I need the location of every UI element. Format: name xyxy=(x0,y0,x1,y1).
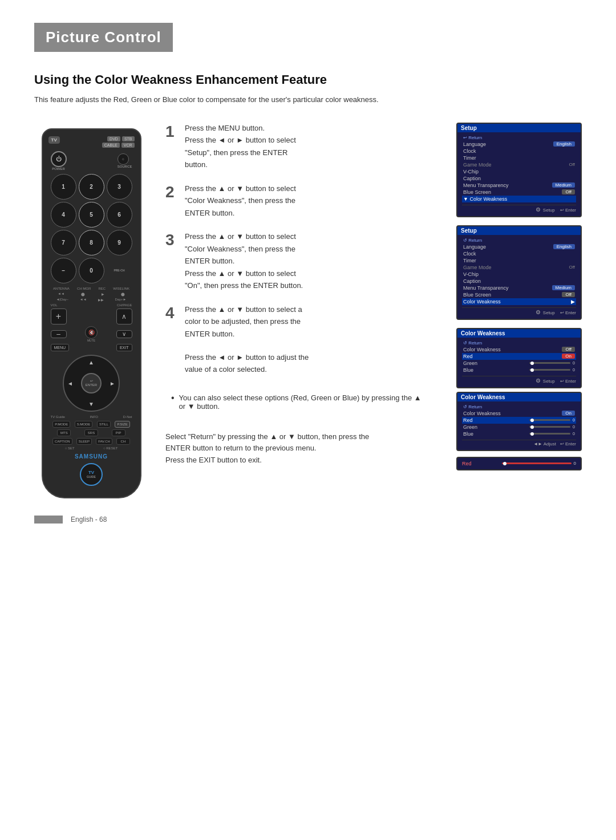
samsung-logo: SAMSUNG xyxy=(48,453,135,460)
ch-up-button[interactable]: ∧ xyxy=(116,309,132,324)
dpad-right[interactable]: ► xyxy=(110,380,115,386)
screen-2-gamemode: Game ModeOff xyxy=(462,264,576,271)
enter-button[interactable]: ↩ENTER xyxy=(81,373,102,393)
bullet-item-1: • You can also select these options (Red… xyxy=(171,393,439,411)
psize-button[interactable]: P.SIZE xyxy=(115,421,129,428)
screen-2-title: Setup xyxy=(457,226,581,235)
screen-4-footer: ◄► Adjust ↩ Enter xyxy=(462,440,576,447)
num-6-button[interactable]: 6 xyxy=(107,202,132,228)
favch-button[interactable]: FAV.CH xyxy=(96,438,112,445)
num-2-button[interactable]: 2 xyxy=(79,174,104,200)
screen-1-bluescreen: Blue ScreenOff xyxy=(462,189,576,196)
step-2-text: Press the ▲ or ▼ button to select "Color… xyxy=(185,183,439,220)
rec-row: ◄◄ ⬤ ▶ ⬤ xyxy=(50,292,133,296)
ch-button[interactable]: CH xyxy=(116,438,130,445)
menu-button[interactable]: MENU xyxy=(51,344,70,351)
num-5-button[interactable]: 5 xyxy=(79,202,104,228)
still-button[interactable]: STILL xyxy=(97,421,111,428)
page-header: Picture Control xyxy=(34,23,173,52)
screens-column: Setup ↩ Return LanguageEnglish Clock Tim… xyxy=(456,123,582,498)
step-4: 4 Press the ▲ or ▼ button to select a co… xyxy=(165,304,439,376)
screen-1-title: Setup xyxy=(457,124,581,132)
screen-4-red: Red 0 xyxy=(462,417,576,424)
prech-label: PRE-CH xyxy=(107,258,132,283)
dpad-up[interactable]: ▲ xyxy=(88,359,94,366)
pmode-button[interactable]: P.MODE xyxy=(52,421,70,428)
section-title: Using the Color Weakness Enhancement Fea… xyxy=(34,72,582,87)
screen-4-return: ↺ Return xyxy=(462,404,576,410)
smode-button[interactable]: S.MODE xyxy=(75,421,93,428)
step-4-number: 4 xyxy=(165,305,177,321)
screen-1-gamemode: Game ModeOff xyxy=(462,161,576,168)
srs-button[interactable]: SRS xyxy=(84,429,98,436)
screen-1-transparency: Menu TransparencyMedium xyxy=(462,182,576,189)
screen-3-cw: Color WeaknessOff xyxy=(462,346,576,353)
screen-2-transparency: Menu TransparencyMedium xyxy=(462,285,576,291)
step-2-number: 2 xyxy=(165,184,177,200)
mute-row: – 🔇 MUTE ∨ xyxy=(51,326,132,342)
power-source-row: ⏻ POWER ○ SOURCE xyxy=(51,151,132,171)
dpad-left[interactable]: ◄ xyxy=(67,380,73,386)
footer-text: English - 68 xyxy=(71,516,107,524)
screen-5-red-row: Red 0 xyxy=(462,461,576,466)
num-7-button[interactable]: 7 xyxy=(51,230,76,255)
screen-3-green: Green 0 xyxy=(462,360,576,367)
num-0-button[interactable]: 0 xyxy=(79,258,104,283)
screen-2-timer: Timer xyxy=(462,257,576,264)
main-content: TV DVD STB CABLE VCR ⏻ POWER xyxy=(34,123,582,498)
screen-2-clock: Clock xyxy=(462,250,576,257)
step-3-number: 3 xyxy=(165,232,177,248)
page-title: Picture Control xyxy=(46,29,161,46)
bottom-buttons: P.MODE S.MODE STILL P.SIZE MTS SRS PIP C… xyxy=(51,421,132,450)
screen-1: Setup ↩ Return LanguageEnglish Clock Tim… xyxy=(456,123,582,217)
bullet-section: • You can also select these options (Red… xyxy=(165,393,439,414)
tv-badge: TV xyxy=(48,136,60,144)
screen-4-blue: Blue 0 xyxy=(462,431,576,437)
num-3-button[interactable]: 3 xyxy=(107,174,132,200)
pip-button[interactable]: PIP xyxy=(112,429,125,436)
remote-control: TV DVD STB CABLE VCR ⏻ POWER xyxy=(42,128,141,498)
dpad-down[interactable]: ▼ xyxy=(88,401,94,407)
screen-1-caption: Caption xyxy=(462,175,576,182)
tv-guide-badge: TV GUIDE xyxy=(80,463,103,486)
num-1-button[interactable]: 1 xyxy=(51,174,76,200)
remote-wrap: TV DVD STB CABLE VCR ⏻ POWER xyxy=(34,123,148,498)
screen-1-timer: Timer xyxy=(462,155,576,161)
remote-badges: DVD STB CABLE VCR xyxy=(102,136,135,148)
intro-text: This feature adjusts the Red, Green or B… xyxy=(34,94,582,105)
caption-button[interactable]: CAPTION xyxy=(52,438,72,445)
screen-3-title: Color Weakness xyxy=(457,329,581,338)
step-1-text: Press the MENU button. Press the ◄ or ► … xyxy=(185,123,439,172)
screen-2-footer: ⚙Setup ↩ Enter xyxy=(462,307,576,315)
screen-2: Setup ↺ Return LanguageEnglish Clock Tim… xyxy=(456,225,582,320)
screen-1-return: ↩ Return xyxy=(462,135,576,141)
antenna-row: ANTENNA CH MGR REC WISELINK xyxy=(50,287,133,290)
step-3-text: Press the ▲ or ▼ button to select "Color… xyxy=(185,231,439,293)
vol-ch-row: VOL CH/PAGE xyxy=(51,303,132,307)
num-4-button[interactable]: 4 xyxy=(51,202,76,228)
screen-1-footer: ⚙Setup ↩ Enter xyxy=(462,205,576,213)
step-1: 1 Press the MENU button. Press the ◄ or … xyxy=(165,123,439,172)
screen-3-blue: Blue 0 xyxy=(462,367,576,374)
screen-1-vchip: V-Chip xyxy=(462,168,576,175)
step-3: 3 Press the ▲ or ▼ button to select "Col… xyxy=(165,231,439,293)
screen-4-title: Color Weakness xyxy=(457,393,581,401)
source-button[interactable]: ○ xyxy=(117,153,129,165)
mts-button[interactable]: MTS xyxy=(57,429,71,436)
power-button[interactable]: ⏻ xyxy=(51,151,67,167)
exit-button[interactable]: EXIT xyxy=(116,344,132,351)
screen-5: Red 0 xyxy=(456,457,582,470)
screen-4-green: Green 0 xyxy=(462,424,576,431)
vol-down-button[interactable]: – xyxy=(51,330,67,338)
bullet-dot: • xyxy=(171,393,175,403)
step-2: 2 Press the ▲ or ▼ button to select "Col… xyxy=(165,183,439,220)
ch-down-button[interactable]: ∨ xyxy=(116,330,132,338)
dash-button[interactable]: – xyxy=(51,258,76,283)
vol-up-button[interactable]: + xyxy=(51,309,67,324)
screen-3-footer: ⚙Setup ↩ Enter xyxy=(462,376,576,384)
num-8-button[interactable]: 8 xyxy=(79,230,104,255)
step-1-number: 1 xyxy=(165,124,177,140)
mute-button[interactable]: 🔇 xyxy=(85,326,98,339)
num-9-button[interactable]: 9 xyxy=(107,230,132,255)
sleep-button[interactable]: SLEEP xyxy=(76,438,92,445)
